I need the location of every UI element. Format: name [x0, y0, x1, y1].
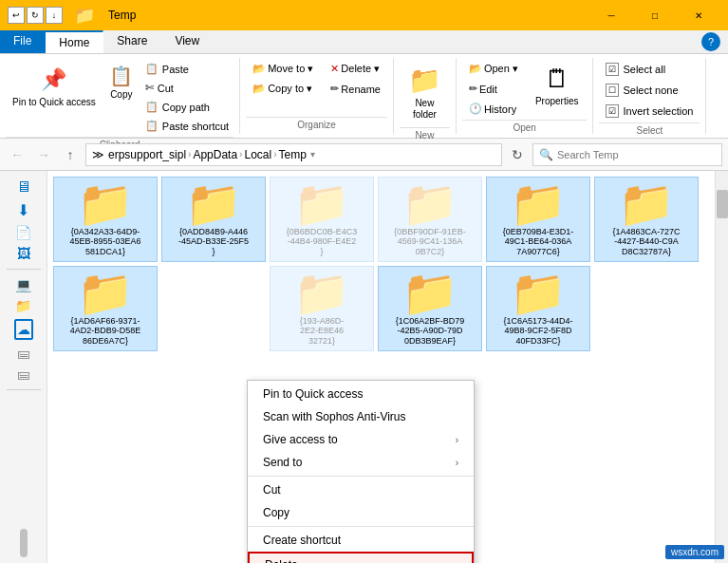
qa-btn-2[interactable]: ↻ — [27, 7, 44, 24]
delete-button[interactable]: ✕ Delete ▾ — [324, 60, 387, 78]
folder-item-2[interactable]: 📁 {0B6BDC0B-E4C3-44B4-980F-E4E2} — [270, 177, 374, 262]
minimize-button[interactable]: ─ — [589, 0, 633, 30]
quick-access-toolbar: ↩ ↻ ↓ — [8, 7, 63, 24]
history-icon: 🕐 — [469, 103, 482, 115]
organize-label: Organize — [246, 117, 387, 132]
folder-item-8[interactable]: 📁 {193-A86D-2E2-E8E4632721} — [270, 266, 374, 351]
qa-btn-3[interactable]: ↓ — [46, 7, 63, 24]
folder-label-1: {0ADD84B9-A446-45AD-B33E-25F5} — [178, 227, 249, 257]
nav-item-cloud[interactable]: ☁ — [14, 319, 33, 340]
address-bar: ← → ↑ ≫ erpsupport_sipl › AppData › Loca… — [0, 139, 728, 171]
move-to-icon: 📂 — [252, 63, 266, 75]
nav-item-downloads[interactable]: ⬇ — [17, 201, 29, 219]
folder-item-4[interactable]: 📁 {0EB709B4-E3D1-49C1-BE64-036A7A9077C6} — [486, 177, 590, 262]
copy-button[interactable]: 📋 Copy — [104, 60, 139, 104]
folder-item-6[interactable]: 📁 {1AD6AF66-9371-4AD2-BDB9-D58E86DE6A7C} — [53, 266, 158, 351]
new-label: New — [400, 127, 450, 142]
ribbon: File Home Share View ? 📌 Pin to Quick ac… — [0, 30, 728, 139]
up-button[interactable]: ↑ — [59, 143, 82, 166]
folder-item-3[interactable]: 📁 {0BBF90DF-91EB-4569-9C41-136A0B7C2} — [378, 177, 482, 262]
rename-button[interactable]: ✏ Rename — [324, 80, 387, 98]
ctx-cut[interactable]: Cut — [248, 479, 474, 501]
ctx-pin-quick-access[interactable]: Pin to Quick access — [248, 383, 474, 405]
folder-icon-8: 📁 — [293, 271, 350, 316]
nav-item-4[interactable]: 🖴 — [17, 366, 30, 382]
nav-item-2[interactable]: 📁 — [15, 298, 31, 313]
new-folder-button[interactable]: 📁 Newfolder — [400, 60, 450, 125]
folder-item-0[interactable]: 📁 {0A342A33-64D9-45EB-8955-03EA6581DCA1} — [53, 177, 158, 262]
qa-btn-1[interactable]: ↩ — [8, 7, 25, 24]
select-all-button[interactable]: ☑ Select all — [599, 60, 700, 79]
tab-share[interactable]: Share — [103, 30, 161, 53]
open-label: Open — [462, 120, 588, 135]
folder-icon-6: 📁 — [77, 271, 134, 316]
copy-icon: 📋 — [109, 65, 133, 87]
new-folder-icon: 📁 — [408, 65, 441, 96]
folder-label-9: {1C06A2BF-BD79-42B5-A90D-79D0DB3B9EAF} — [396, 316, 465, 347]
right-scrollbar-thumb[interactable] — [717, 190, 728, 218]
folder-item-5[interactable]: 📁 {1A4863CA-727C-4427-B440-C9AD8C32787A} — [594, 177, 699, 262]
tab-view[interactable]: View — [161, 30, 214, 53]
ctx-send-to[interactable]: Send to › — [248, 451, 474, 474]
nav-item-1[interactable]: 💻 — [15, 277, 31, 292]
path-segment-temp[interactable]: Temp — [278, 148, 306, 161]
tab-file[interactable]: File — [0, 30, 46, 53]
move-to-button[interactable]: 📂 Move to ▾ — [246, 60, 320, 78]
path-segment-0[interactable]: ≫ — [92, 148, 104, 161]
history-button[interactable]: 🕐 History — [462, 100, 525, 118]
file-area: 📁 {0A342A33-64D9-45EB-8955-03EA6581DCA1}… — [47, 171, 728, 563]
search-icon: 🔍 — [539, 148, 553, 161]
ctx-give-access[interactable]: Give access to › — [248, 428, 474, 451]
open-button[interactable]: 📂 Open ▾ — [462, 60, 525, 78]
ctx-divider-2 — [248, 526, 474, 527]
pin-icon: 📌 — [39, 65, 69, 95]
edit-icon: ✏ — [469, 83, 477, 95]
right-scrollbar[interactable] — [715, 171, 728, 563]
cut-button[interactable]: ✄ Cut — [140, 79, 233, 97]
watermark: wsxdn.com — [665, 545, 724, 559]
folder-icon-1: 📁 — [185, 181, 242, 227]
copy-path-button[interactable]: 📋 Copy path — [140, 98, 233, 116]
nav-item-3[interactable]: 🖴 — [17, 346, 30, 361]
select-none-button[interactable]: ☐ Select none — [599, 81, 700, 100]
path-dropdown[interactable]: ▾ — [310, 149, 315, 160]
folder-label-8: {193-A86D-2E2-E8E4632721} — [300, 316, 345, 347]
folder-item-9[interactable]: 📁 {1C06A2BF-BD79-42B5-A90D-79D0DB3B9EAF} — [378, 266, 482, 351]
close-button[interactable]: ✕ — [677, 0, 720, 30]
nav-item-desktop[interactable]: 🖥 — [16, 178, 31, 196]
left-scrollbar-thumb[interactable] — [20, 529, 28, 557]
search-input[interactable] — [557, 149, 716, 160]
copy-path-icon: 📋 — [145, 101, 159, 113]
tab-home[interactable]: Home — [46, 30, 103, 53]
nav-pane: 🖥 ⬇ 📄 🖼 💻 📁 ☁ 🖴 🖴 — [0, 171, 47, 563]
maximize-button[interactable]: □ — [633, 0, 677, 30]
nav-divider-2 — [7, 389, 41, 390]
nav-item-pics[interactable]: 🖼 — [17, 246, 30, 261]
copy-to-button[interactable]: 📂 Copy to ▾ — [246, 80, 320, 98]
ribbon-content: 📌 Pin to Quick access 📋 Copy 📋 Paste — [0, 54, 728, 138]
invert-selection-button[interactable]: ☑ Invert selection — [599, 102, 700, 121]
nav-item-docs[interactable]: 📄 — [15, 225, 31, 240]
path-segment-user[interactable]: erpsupport_sipl — [108, 148, 186, 161]
paste-shortcut-button[interactable]: 📋 Paste shortcut — [140, 117, 233, 135]
paste-icon: 📋 — [145, 63, 159, 75]
edit-button[interactable]: ✏ Edit — [462, 80, 525, 98]
folder-item-1[interactable]: 📁 {0ADD84B9-A446-45AD-B33E-25F5} — [161, 177, 266, 262]
path-segment-appdata[interactable]: AppData — [193, 148, 237, 161]
properties-button[interactable]: 🗒 Properties — [527, 60, 588, 111]
pin-to-quick-access-button[interactable]: 📌 Pin to Quick access — [6, 60, 103, 113]
path-segment-local[interactable]: Local — [244, 148, 271, 161]
ctx-create-shortcut[interactable]: Create shortcut — [248, 529, 474, 552]
help-button[interactable]: ? — [701, 32, 720, 51]
refresh-button[interactable]: ↻ — [506, 143, 529, 166]
folder-item-10[interactable]: 📁 {1C6A5173-44D4-49B8-9CF2-5F8D40FD33FC} — [486, 266, 590, 351]
back-button[interactable]: ← — [6, 143, 28, 166]
folder-icon-10: 📁 — [510, 271, 567, 316]
ctx-scan-sophos[interactable]: Scan with Sophos Anti-Virus — [248, 405, 474, 428]
ctx-delete[interactable]: Delete — [248, 552, 474, 563]
forward-button[interactable]: → — [32, 143, 55, 166]
ctx-copy[interactable]: Copy — [248, 501, 474, 524]
address-path[interactable]: ≫ erpsupport_sipl › AppData › Local › Te… — [85, 143, 502, 166]
paste-button[interactable]: 📋 Paste — [140, 60, 233, 78]
cut-icon: ✄ — [145, 82, 154, 94]
